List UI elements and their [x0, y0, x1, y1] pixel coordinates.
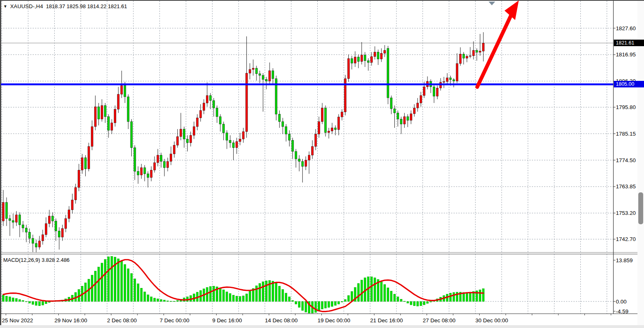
- macd-histogram-bar: [213, 286, 215, 301]
- macd-histogram-bar: [229, 293, 231, 301]
- macd-histogram-bar: [410, 301, 412, 305]
- candle-body-bear: [259, 74, 261, 75]
- candle-body-bull: [193, 127, 195, 135]
- macd-histogram-bar: [469, 292, 471, 301]
- macd-histogram-bar: [292, 301, 294, 301]
- macd-histogram-bar: [6, 296, 8, 301]
- candle-body-bear: [295, 152, 297, 159]
- macd-histogram-bar: [32, 301, 34, 304]
- candle-body-bull: [167, 161, 169, 167]
- candle: [344, 75, 346, 115]
- macd-histogram-bar: [482, 289, 485, 301]
- candle-body-bull: [384, 50, 386, 53]
- macd-histogram-bar: [22, 301, 24, 301]
- chart-background: [0, 0, 644, 328]
- candle-body-bear: [357, 57, 359, 62]
- macd-histogram-bar: [298, 301, 300, 308]
- candle-body-bear: [137, 171, 139, 175]
- macd-indicator-label: MACD(12,26,9) 3.828 2.486: [3, 257, 70, 263]
- price-axis[interactable]: 1827.601816.951806.301795.801785.151774.…: [613, 25, 636, 243]
- candle: [387, 46, 389, 104]
- candle-body-bear: [298, 159, 300, 161]
- candle-body-bull: [38, 241, 40, 247]
- candle-body-bear: [334, 128, 336, 129]
- macd-histogram-bar: [361, 280, 363, 301]
- candle-body-bull: [157, 155, 159, 163]
- chart-window: 1827.601816.951806.301795.801785.151774.…: [0, 0, 644, 328]
- y-axis-label: 1763.85: [616, 183, 636, 190]
- candle-body-bull: [111, 123, 113, 130]
- candle-body-bear: [266, 79, 268, 81]
- symbol-timeframe-label: XAUUSD-,H4: [10, 3, 43, 9]
- candle-body-bull: [153, 163, 155, 170]
- macd-histogram-bar: [371, 277, 373, 301]
- candle-body-bear: [282, 122, 284, 127]
- macd-histogram-bar: [479, 290, 481, 301]
- macd-histogram-bar: [35, 301, 37, 306]
- candle-body-bull: [469, 56, 471, 57]
- macd-histogram-bar: [101, 263, 103, 301]
- macd-histogram-bar: [9, 297, 11, 301]
- price-chart-canvas[interactable]: 1827.601816.951806.301795.801785.151774.…: [0, 0, 644, 328]
- candle-body-bear: [255, 68, 257, 74]
- macd-histogram-bar: [325, 301, 327, 308]
- scrollbar-track[interactable]: [637, 1, 644, 325]
- macd-histogram-bar: [338, 301, 340, 304]
- candle-body-bear: [209, 96, 211, 100]
- macd-histogram-bar: [236, 296, 238, 301]
- macd-histogram-bar: [334, 301, 336, 306]
- candle-body-bear: [397, 113, 399, 119]
- candle-body-bull: [318, 122, 320, 134]
- macd-histogram-bar: [15, 299, 18, 301]
- candle-body-bull: [91, 127, 93, 147]
- candle-body-bear: [144, 167, 146, 174]
- macd-histogram-bar: [147, 295, 149, 301]
- candle-body-bear: [58, 231, 60, 237]
- candle-body-bull: [196, 118, 198, 127]
- candle-body-bear: [131, 122, 133, 148]
- candle-body-bear: [29, 232, 31, 238]
- candle-body-bear: [12, 221, 14, 222]
- macd-histogram-bar: [318, 301, 320, 311]
- macd-histogram-bar: [209, 286, 211, 301]
- candle-body-bear: [84, 158, 86, 169]
- candle-body-bear: [104, 105, 106, 116]
- macd-axis-label: 13.859: [616, 257, 633, 263]
- candle-body-bull: [413, 108, 415, 114]
- window-left-border: [0, 0, 1, 326]
- macd-histogram-bar: [394, 294, 396, 301]
- macd-histogram-bar: [150, 297, 152, 301]
- y-axis-label: 1774.50: [616, 157, 636, 163]
- macd-histogram-bar: [374, 278, 376, 301]
- macd-histogram-bar: [430, 301, 432, 302]
- candle-body-bull: [436, 88, 438, 96]
- macd-histogram-bar: [413, 301, 415, 306]
- candle-body-bear: [22, 225, 24, 228]
- candle-body-bull: [420, 96, 422, 103]
- candle-body-bear: [325, 108, 327, 132]
- hline-price-badge[interactable]: 1805.00: [614, 81, 644, 87]
- candle-body-bull: [199, 110, 201, 118]
- candle-body-bull: [101, 105, 103, 119]
- macd-histogram-bar: [42, 301, 44, 305]
- macd-histogram-bar: [144, 292, 146, 301]
- macd-histogram-bar: [131, 273, 133, 301]
- candle-body-bear: [407, 117, 409, 120]
- candle-body-bear: [124, 86, 126, 97]
- x-axis-label: 2 Dec 08:00: [107, 317, 137, 324]
- candle-body-bear: [108, 117, 110, 130]
- y-axis-label: 1827.60: [616, 25, 636, 31]
- macd-histogram-bar: [427, 301, 429, 303]
- macd-histogram-bar: [239, 297, 241, 301]
- scrollbar-thumb[interactable]: [638, 192, 643, 224]
- macd-histogram-bar: [351, 291, 353, 301]
- candle-body-bull: [94, 107, 96, 127]
- macd-histogram-bar: [321, 301, 323, 309]
- macd-histogram-bar: [266, 281, 268, 301]
- candle-body-bull: [236, 141, 238, 147]
- macd-histogram-bar: [397, 297, 399, 301]
- collapse-triangle-icon[interactable]: ▼: [3, 4, 7, 9]
- x-axis-label: 7 Dec 00:00: [160, 317, 190, 324]
- macd-histogram-bar: [416, 301, 418, 306]
- candle-body-bear: [160, 155, 162, 161]
